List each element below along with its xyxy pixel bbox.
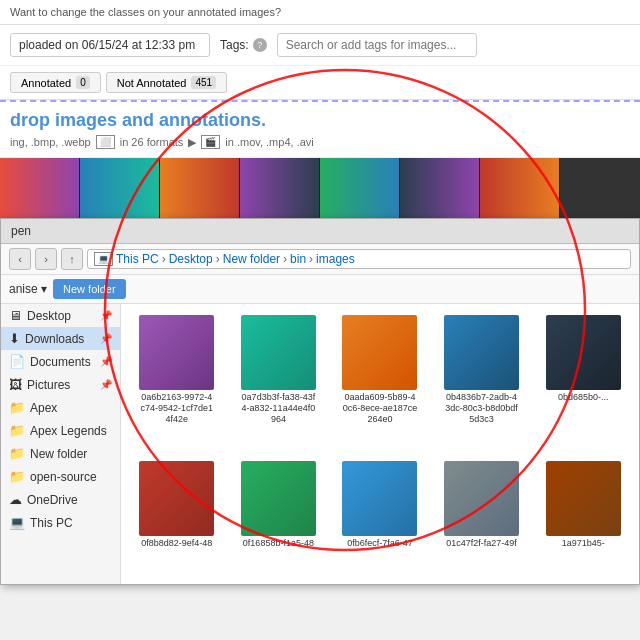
file-name: 0fb6fecf-7fa6-47 [347,538,413,549]
organize-label[interactable]: anise ▾ [9,282,47,296]
annotated-tab[interactable]: Annotated 0 [10,72,101,93]
thumbnail [0,158,80,218]
top-section: Want to change the classes on your annot… [0,0,640,158]
file-item[interactable]: 0b4836b7-2adb-43dc-80c3-b8d0bdf5d3c3 [434,312,530,452]
warning-text: Want to change the classes on your annot… [10,6,281,18]
back-button[interactable]: ‹ [9,248,31,270]
sidebar-label-desktop: Desktop [27,309,71,323]
sidebar-icon-open-source: 📁 [9,469,25,484]
breadcrumb-pc-icon: 💻 [94,252,113,266]
sidebar-item-open-source[interactable]: 📁 open-source [1,465,120,488]
pin-icon: 📌 [100,310,112,321]
file-name: 0a7d3b3f-fa38-43f4-a832-11a44e4f0964 [241,392,316,424]
sidebar-item-documents[interactable]: 📄 Documents 📌 [1,350,120,373]
up-button[interactable]: ↑ [61,248,83,270]
sidebar-label-onedrive: OneDrive [27,493,78,507]
dialog-nav: ‹ › ↑ 💻 This PC › Desktop › New folder ›… [1,244,639,275]
sep1: › [162,252,166,266]
sidebar-item-apex-legends[interactable]: 📁 Apex Legends [1,419,120,442]
pin-icon: 📌 [100,356,112,367]
tags-text: Tags: [220,38,249,52]
drop-text: drop images and annotations. [10,110,630,131]
file-thumbnail [546,461,621,536]
breadcrumb-bin[interactable]: bin [290,252,306,266]
thumbnail [320,158,400,218]
file-item[interactable]: 0aada609-5b89-40c6-8ece-ae187ce264e0 [332,312,428,452]
new-folder-button[interactable]: New folder [53,279,126,299]
sidebar-icon-apex-legends: 📁 [9,423,25,438]
file-name: 0aada609-5b89-40c6-8ece-ae187ce264e0 [342,392,417,424]
file-thumbnail [444,315,519,390]
breadcrumb-new-folder[interactable]: New folder [223,252,280,266]
sidebar-item-onedrive[interactable]: ☁ OneDrive [1,488,120,511]
forward-button[interactable]: › [35,248,57,270]
breadcrumb-this-pc[interactable]: This PC [116,252,159,266]
file-item[interactable]: 01c47f2f-fa27-49f [434,458,530,576]
sidebar-icon-this-pc: 💻 [9,515,25,530]
sidebar-icon-pictures: 🖼 [9,377,22,392]
file-item[interactable]: 0f16858b-f1a5-48 [231,458,327,576]
file-thumbnail [342,461,417,536]
sidebar-item-new-folder[interactable]: 📁 New folder [1,442,120,465]
file-item[interactable]: 0bd685b0-... [535,312,631,452]
file-name: 0b4836b7-2adb-43dc-80c3-b8d0bdf5d3c3 [444,392,519,424]
file-name: 01c47f2f-fa27-49f [446,538,517,549]
sidebar-icon-documents: 📄 [9,354,25,369]
dialog-content: 🖥 Desktop 📌 ⬇ Downloads 📌 📄 Documents 📌 … [1,304,639,584]
sidebar-item-desktop[interactable]: 🖥 Desktop 📌 [1,304,120,327]
sidebar-label-this-pc: This PC [30,516,73,530]
dialog-toolbar: anise ▾ New folder [1,275,639,304]
upload-date: ploaded on 06/15/24 at 12:33 pm [10,33,210,57]
sidebar-item-apex[interactable]: 📁 Apex [1,396,120,419]
file-thumbnail [241,315,316,390]
file-item[interactable]: 1a971b45- [535,458,631,576]
formats-text: in 26 formats [120,136,184,148]
upload-row: ploaded on 06/15/24 at 12:33 pm Tags: ? [0,25,640,66]
file-thumbnail [546,315,621,390]
sidebar-item-downloads[interactable]: ⬇ Downloads 📌 [1,327,120,350]
sidebar-item-this-pc[interactable]: 💻 This PC [1,511,120,534]
sep4: › [309,252,313,266]
sidebar-label-downloads: Downloads [25,332,84,346]
sidebar-item-pictures[interactable]: 🖼 Pictures 📌 [1,373,120,396]
tags-search-input[interactable] [277,33,477,57]
not-annotated-tab[interactable]: Not Annotated 451 [106,72,227,93]
warning-bar: Want to change the classes on your annot… [0,0,640,25]
file-item[interactable]: 0a6b2163-9972-4c74-9542-1cf7de14f42e [129,312,225,452]
sidebar-label-open-source: open-source [30,470,97,484]
drop-area[interactable]: drop images and annotations. ing, .bmp, … [0,100,640,158]
sidebar-label-apex-legends: Apex Legends [30,424,107,438]
sidebar: 🖥 Desktop 📌 ⬇ Downloads 📌 📄 Documents 📌 … [1,304,121,584]
sidebar-label-pictures: Pictures [27,378,70,392]
not-annotated-count: 451 [191,76,216,89]
file-item[interactable]: 0a7d3b3f-fa38-43f4-a832-11a44e4f0964 [231,312,327,452]
dialog-title: pen [11,224,31,238]
sidebar-icon-downloads: ⬇ [9,331,20,346]
annotated-count: 0 [76,76,90,89]
file-name: 0f16858b-f1a5-48 [243,538,314,549]
arrow-icon: ▶ [188,136,196,149]
breadcrumb: 💻 This PC › Desktop › New folder › bin ›… [87,249,631,269]
annotated-tabs: Annotated 0 Not Annotated 451 [0,66,640,100]
file-item[interactable]: 0fb6fecf-7fa6-47 [332,458,428,576]
tags-label: Tags: ? [220,38,267,52]
sidebar-icon-desktop: 🖥 [9,308,22,323]
file-grid: 0a6b2163-9972-4c74-9542-1cf7de14f42e 0a7… [121,304,639,584]
video-icon: 🎬 [201,135,220,149]
file-dialog: pen ‹ › ↑ 💻 This PC › Desktop › New fold… [0,218,640,585]
thumb-strip [0,158,640,218]
sidebar-icon-onedrive: ☁ [9,492,22,507]
breadcrumb-images[interactable]: images [316,252,355,266]
pin-icon: 📌 [100,333,112,344]
sidebar-label-apex: Apex [30,401,57,415]
breadcrumb-desktop[interactable]: Desktop [169,252,213,266]
thumbnail [480,158,560,218]
sidebar-icon-new-folder: 📁 [9,446,25,461]
file-item[interactable]: 0f8b8d82-9ef4-48 [129,458,225,576]
file-name: 1a971b45- [562,538,605,549]
thumbnail [160,158,240,218]
sidebar-label-new-folder: New folder [30,447,87,461]
file-name: 0a6b2163-9972-4c74-9542-1cf7de14f42e [139,392,214,424]
format-prefix: ing, .bmp, .webp [10,136,91,148]
file-name: 0f8b8d82-9ef4-48 [141,538,212,549]
